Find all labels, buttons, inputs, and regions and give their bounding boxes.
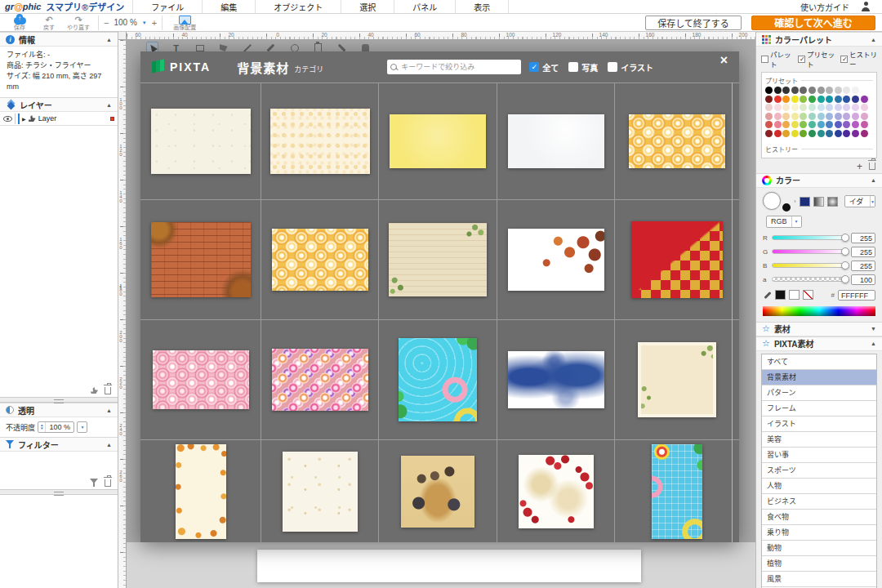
palette-swatch[interactable] bbox=[800, 96, 807, 103]
palette-swatch[interactable] bbox=[765, 104, 773, 111]
spectrum-bar[interactable] bbox=[763, 306, 875, 316]
palette-swatch[interactable] bbox=[808, 87, 816, 94]
pixta-category-item[interactable]: 乗り物 bbox=[762, 525, 876, 541]
thumbnail-speckle-paper[interactable] bbox=[283, 452, 358, 532]
palette-swatch[interactable] bbox=[765, 87, 773, 94]
layer-name[interactable]: Layer bbox=[38, 114, 57, 122]
checkbox-icon[interactable] bbox=[568, 62, 578, 72]
opacity-value[interactable]: 100 % bbox=[46, 423, 74, 431]
menu-item[interactable]: 表示 bbox=[455, 0, 509, 13]
checkbox-icon[interactable] bbox=[798, 56, 805, 63]
thumbnail-maple-border[interactable] bbox=[176, 444, 226, 539]
palette-swatch[interactable] bbox=[861, 113, 868, 120]
palette-swatch[interactable] bbox=[852, 130, 859, 137]
filter-section-header[interactable]: フィルター ▲ bbox=[0, 437, 118, 452]
pixta-category-item[interactable]: 植物 bbox=[762, 556, 876, 572]
palette-swatch[interactable] bbox=[861, 104, 868, 111]
pixta-category-item[interactable]: 人物 bbox=[762, 479, 876, 494]
palette-swatch[interactable] bbox=[835, 113, 842, 120]
thumbnail-floral-paper[interactable] bbox=[270, 109, 370, 174]
place-image-button[interactable]: 画像配置 bbox=[167, 14, 202, 32]
palette-swatch[interactable] bbox=[826, 113, 833, 120]
grid-scrollbar[interactable] bbox=[732, 82, 733, 542]
collapse-up-icon[interactable]: ▲ bbox=[106, 408, 112, 413]
palette-swatch[interactable] bbox=[782, 121, 790, 128]
add-swatch-icon[interactable]: + bbox=[857, 163, 862, 171]
palette-swatch[interactable] bbox=[843, 104, 850, 111]
palette-swatch[interactable] bbox=[861, 87, 868, 94]
info-section-header[interactable]: 情報 ▲ bbox=[0, 32, 118, 47]
palette-swatch[interactable] bbox=[835, 104, 842, 111]
no-color-swatch[interactable] bbox=[803, 290, 813, 300]
palette-swatch[interactable] bbox=[791, 96, 799, 103]
slider-knob[interactable] bbox=[841, 234, 849, 242]
palette-filter-checkbox[interactable]: ヒストリー bbox=[840, 49, 877, 69]
palette-swatch[interactable] bbox=[765, 113, 773, 120]
thumbnail-white-paper[interactable] bbox=[508, 114, 604, 168]
expand-triangle-icon[interactable]: ▶ bbox=[22, 116, 26, 122]
thumbnail-yellow-white-roses[interactable] bbox=[272, 229, 368, 291]
swap-colors-icon[interactable]: › bbox=[794, 198, 796, 205]
palette-swatch[interactable] bbox=[852, 87, 859, 94]
collapse-up-icon[interactable]: ▲ bbox=[871, 341, 876, 346]
panel-collapse-arrow[interactable]: ‹ bbox=[119, 283, 122, 291]
palette-swatch[interactable] bbox=[852, 113, 859, 120]
palette-swatch[interactable] bbox=[817, 130, 825, 137]
palette-swatch[interactable] bbox=[835, 130, 842, 137]
palette-swatch[interactable] bbox=[826, 87, 833, 94]
palette-swatch[interactable] bbox=[843, 121, 850, 128]
account-icon[interactable] bbox=[861, 2, 871, 11]
menu-item[interactable]: オブジェクト bbox=[255, 0, 341, 13]
pixta-category-item[interactable]: 背景素材 bbox=[762, 370, 876, 385]
thumbnail-indigo-watercolor[interactable] bbox=[508, 351, 604, 408]
palette-swatch[interactable] bbox=[817, 121, 825, 128]
solid-fill-option[interactable] bbox=[800, 197, 810, 207]
pixta-material-section-header[interactable]: ☆ PIXTA素材 ▲ bbox=[756, 336, 882, 351]
palette-swatch[interactable] bbox=[782, 104, 790, 111]
layer-color-chip[interactable] bbox=[110, 117, 114, 121]
palette-swatch[interactable] bbox=[782, 96, 790, 103]
black-swatch[interactable] bbox=[775, 290, 786, 300]
palette-swatch[interactable] bbox=[765, 130, 773, 137]
menu-item[interactable]: 選択 bbox=[341, 0, 394, 13]
palette-swatch[interactable] bbox=[782, 87, 790, 94]
palette-swatch[interactable] bbox=[791, 113, 799, 120]
channel-slider[interactable] bbox=[772, 263, 848, 268]
keyword-search-input[interactable] bbox=[387, 60, 521, 74]
pixta-category-item[interactable]: 動物 bbox=[762, 541, 876, 556]
pixta-category-item[interactable]: 習い事 bbox=[762, 448, 876, 463]
channel-slider[interactable] bbox=[772, 235, 848, 240]
thumbnail-maple-branch[interactable] bbox=[508, 229, 604, 291]
redo-button[interactable]: ↷ やり直す bbox=[64, 14, 93, 32]
save-exit-button[interactable]: 保存して終了する bbox=[645, 16, 742, 30]
palette-swatch[interactable] bbox=[861, 96, 868, 103]
palette-swatch[interactable] bbox=[782, 130, 790, 137]
save-button[interactable]: 保存 bbox=[5, 14, 34, 32]
palette-swatch[interactable] bbox=[808, 104, 816, 111]
palette-swatch[interactable] bbox=[808, 121, 816, 128]
channel-slider[interactable] bbox=[772, 249, 848, 254]
opacity-dropdown[interactable]: ▼ bbox=[77, 421, 87, 433]
palette-swatch[interactable] bbox=[826, 121, 833, 128]
palette-swatch[interactable] bbox=[800, 121, 807, 128]
fill-stroke-indicator[interactable] bbox=[763, 192, 791, 212]
pixta-category-item[interactable]: 風景 bbox=[762, 572, 876, 587]
thumbnail-yellow-roses[interactable] bbox=[629, 114, 725, 168]
channel-value-input[interactable]: 255 bbox=[851, 233, 875, 243]
zoom-dropdown-icon[interactable]: ▼ bbox=[142, 20, 147, 25]
color-section-header[interactable]: カラー ▲ bbox=[756, 173, 882, 188]
thumbnail-red-gold-check[interactable] bbox=[631, 221, 723, 298]
add-filter-icon[interactable] bbox=[90, 479, 98, 487]
palette-swatch[interactable] bbox=[800, 104, 807, 111]
pixta-category-item[interactable]: スポーツ bbox=[762, 463, 876, 479]
checkbox-icon[interactable] bbox=[529, 62, 539, 72]
thumbnail-pool-tiles[interactable] bbox=[652, 444, 702, 539]
palette-swatch[interactable] bbox=[782, 113, 790, 120]
thumbnail-ivy-wall[interactable] bbox=[389, 223, 487, 296]
pixta-category-item[interactable]: フレーム bbox=[762, 401, 876, 416]
thumbnail-cream-paper[interactable] bbox=[151, 109, 251, 174]
thumbnail-pool-ring[interactable] bbox=[399, 338, 477, 421]
pixta-category-item[interactable]: すべて bbox=[762, 354, 876, 370]
collapse-up-icon[interactable]: ▲ bbox=[106, 102, 112, 108]
white-swatch[interactable] bbox=[789, 290, 800, 300]
